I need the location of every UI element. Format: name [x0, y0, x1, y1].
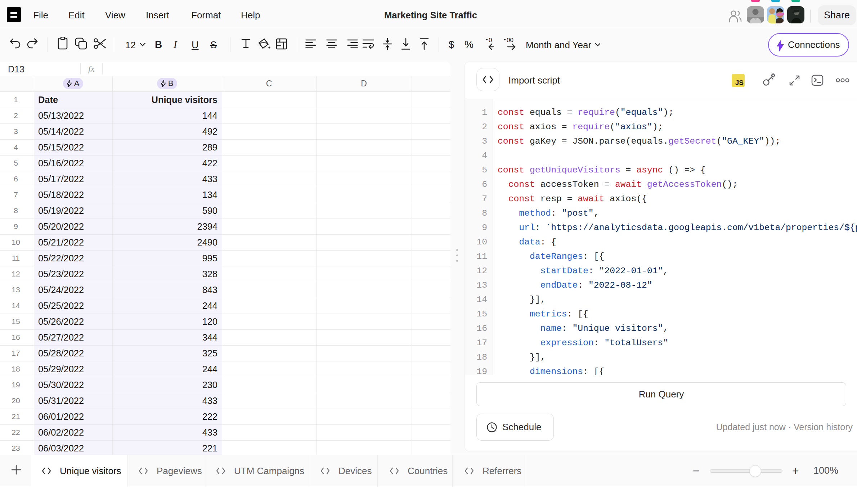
svg-text:00: 00 [507, 37, 513, 44]
svg-text:0: 0 [489, 37, 492, 44]
